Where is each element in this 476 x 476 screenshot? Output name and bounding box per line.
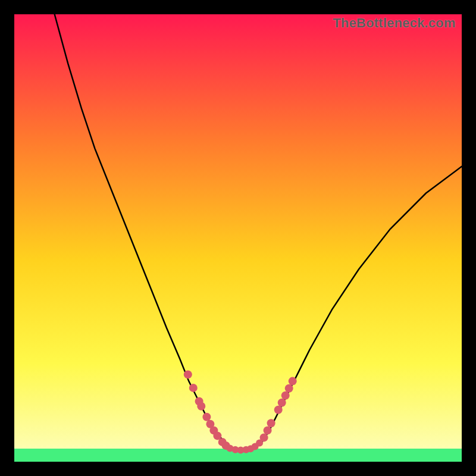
data-dot xyxy=(278,399,286,407)
data-dot xyxy=(281,392,290,400)
data-dot xyxy=(267,419,275,427)
watermark-text: TheBottleneck.com xyxy=(333,15,456,31)
chart-frame: TheBottleneck.com xyxy=(0,0,476,476)
data-dot xyxy=(274,406,283,414)
data-dot xyxy=(197,402,205,411)
bottleneck-curve xyxy=(55,14,462,450)
chart-svg xyxy=(14,14,462,462)
data-dot xyxy=(184,370,192,378)
data-dot xyxy=(285,384,293,393)
data-dot xyxy=(202,413,211,421)
data-dot xyxy=(289,377,297,386)
plot-area: TheBottleneck.com xyxy=(14,14,462,462)
data-dot xyxy=(189,384,198,392)
data-dot xyxy=(256,439,263,446)
data-dot xyxy=(264,426,272,434)
